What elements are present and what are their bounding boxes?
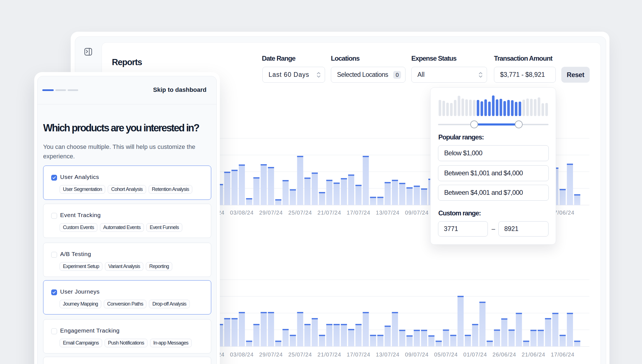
svg-text:09/07/24: 09/07/24	[405, 210, 429, 216]
svg-text:09/07/24: 09/07/24	[405, 351, 429, 358]
svg-text:03/08/24: 03/08/24	[230, 210, 254, 216]
svg-text:25/07/24: 25/07/24	[288, 351, 312, 358]
svg-text:13/07/24: 13/07/24	[376, 351, 399, 358]
svg-text:26/06/24: 26/06/24	[493, 351, 516, 358]
svg-text:17/07/24: 17/07/24	[347, 351, 370, 358]
svg-text:13/07/24: 13/07/24	[376, 210, 399, 216]
svg-text:29/07/24: 29/07/24	[259, 210, 283, 216]
svg-text:21/06/24: 21/06/24	[522, 351, 545, 358]
svg-text:25/07/24: 25/07/24	[288, 210, 312, 216]
svg-text:05/07/24: 05/07/24	[434, 351, 458, 358]
svg-text:29/07/24: 29/07/24	[259, 351, 283, 358]
svg-text:21/07/24: 21/07/24	[318, 351, 341, 358]
svg-text:17/06/24: 17/06/24	[551, 351, 574, 358]
svg-text:03/08/24: 03/08/24	[230, 351, 254, 358]
svg-text:01/07/24: 01/07/24	[463, 351, 487, 358]
svg-text:21/07/24: 21/07/24	[318, 210, 341, 216]
svg-text:17/07/24: 17/07/24	[347, 210, 370, 216]
